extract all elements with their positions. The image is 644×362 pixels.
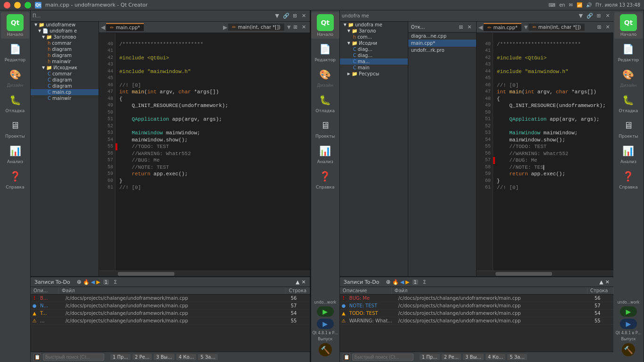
open-file-main-cpp[interactable]: main.cpp* — [408, 40, 476, 47]
open-file-undoframework-pro[interactable]: undofr...rk.pro — [408, 47, 476, 54]
tree-item-cpp2[interactable]: C diagram — [31, 77, 99, 83]
sidebar-item-projects-left[interactable]: 🖥 Проекты — [1, 116, 29, 140]
todo-row-bug-right[interactable]: ! BUG: Me /c/docs/projects/chalange/undo… — [340, 295, 613, 302]
prev-tab-left[interactable]: ◀ — [101, 24, 105, 31]
todo-sort-icon-left[interactable]: ⊕ — [77, 279, 82, 285]
sidebar-item-debug-right[interactable]: 🐛 Отладка — [614, 90, 643, 115]
center-sidebar-design[interactable]: 🎨 Дизайн — [311, 65, 339, 90]
center-sidebar-start[interactable]: Qt Начало — [311, 12, 339, 39]
split-editor-right[interactable]: ⊞ — [595, 24, 603, 31]
tab-main-fn-left[interactable]: ✏ main(int, char *[]) — [228, 24, 284, 31]
todo-close-right[interactable]: ✕ — [605, 279, 610, 285]
tree-item-headers[interactable]: ▼ 📁 Заголово — [31, 34, 99, 40]
todo-row-todo-left[interactable]: ▲ T... /c/docs/projects/chalange/undofra… — [31, 310, 310, 317]
tree-item-cpp5[interactable]: C mainwir — [31, 95, 99, 101]
right-code-content[interactable]: /************************** #include <Qt… — [493, 33, 613, 271]
sidebar-item-editor-left[interactable]: 📄 Редактор — [1, 40, 29, 64]
todo-collapse-right[interactable]: ▲ — [599, 279, 603, 285]
center-debug-btn[interactable]: ▶ — [317, 319, 334, 329]
split-editor-left[interactable]: ⊞ — [292, 24, 299, 31]
sidebar-item-debug-left[interactable]: 🐛 Отладка — [1, 90, 29, 115]
left-tab-2[interactable]: 2 Ре... — [132, 354, 152, 360]
next-tab-left[interactable]: ▶ — [223, 24, 227, 31]
todo-row-warn-right[interactable]: ⚠ WARNING: What... /c/docs/projects/chal… — [340, 317, 613, 325]
center-build-btn[interactable]: 🔨 — [319, 343, 332, 356]
close-editor-right[interactable]: ✕ — [604, 24, 611, 31]
todo-filter-orange-left[interactable]: 🔥 — [83, 279, 90, 285]
tab-main-cpp-right[interactable]: ✏ main.cpp* — [484, 23, 521, 31]
center-sidebar-editor[interactable]: 📄 Редактор — [311, 40, 339, 64]
center-play-btn[interactable]: ▶ — [317, 306, 334, 317]
todo-arrow-up-left[interactable]: ◀ — [91, 279, 95, 285]
minimize-btn[interactable] — [14, 2, 21, 8]
right-tab-1[interactable]: 1 Пр... — [420, 354, 440, 360]
right-search-input[interactable] — [352, 354, 413, 361]
tree-item-h3[interactable]: h diagram — [31, 52, 99, 58]
right-debug-run-btn[interactable]: ▶ — [620, 319, 637, 329]
todo-arrow-up-right[interactable]: ◀ — [400, 279, 404, 285]
tab-main-cpp-left[interactable]: ✏ main.cpp* — [106, 23, 144, 31]
filter-icon-left[interactable]: ▼ — [273, 12, 281, 20]
right-build-btn[interactable]: 🔨 — [622, 343, 635, 356]
sidebar-item-start-left[interactable]: Qt Начало — [1, 12, 29, 39]
center-sidebar-analyze[interactable]: 📊 Анализ — [311, 141, 339, 166]
left-tab-4[interactable]: 4 Ко... — [176, 354, 196, 360]
sidebar-item-analyze-left[interactable]: 📊 Анализ — [1, 141, 29, 166]
todo-row-bug-left[interactable]: ! B... /c/docs/projects/chalange/undofra… — [31, 295, 310, 302]
split-icon-right[interactable]: ⊞ — [595, 12, 603, 20]
right-tab-5[interactable]: 5 За... — [507, 354, 527, 360]
sidebar-item-help-right[interactable]: ❓ Справка — [614, 167, 643, 191]
tree-item-h1[interactable]: h commar — [31, 40, 99, 46]
right-tree-main-win[interactable]: C main — [340, 65, 408, 71]
open-files-sort[interactable]: ⊞ — [457, 23, 465, 31]
todo-arrow-right-right[interactable]: ▶ — [405, 279, 409, 285]
split-icon-left[interactable]: ⊞ — [291, 12, 299, 20]
open-file-diagramitem[interactable]: diagra...ne.cpp — [408, 33, 476, 40]
todo-row-warn-left[interactable]: ⚠ ... /c/docs/projects/chalange/undofram… — [31, 317, 310, 325]
tree-item-cpp1[interactable]: C commar — [31, 71, 99, 77]
center-sidebar-debug[interactable]: 🐛 Отладка — [311, 90, 339, 115]
tab-menu-left[interactable]: ▼ — [287, 25, 291, 30]
right-tree-root[interactable]: ▼ 📁 undofra me — [340, 22, 408, 28]
tab-menu-right[interactable]: ▼ — [524, 25, 528, 30]
left-status-icon[interactable]: 📋 — [33, 354, 41, 361]
right-tab-4[interactable]: 4 Ко... — [486, 354, 505, 360]
close-tree-right[interactable]: ✕ — [604, 12, 611, 20]
sidebar-item-editor-right[interactable]: 📄 Редактор — [614, 40, 643, 64]
sidebar-item-design-left[interactable]: 🎨 Дизайн — [1, 65, 29, 90]
tree-item-undoframe-sub[interactable]: ▼ 📄 undofram e — [31, 28, 99, 34]
center-sidebar-projects[interactable]: 🖥 Проекты — [311, 116, 339, 140]
open-files-close[interactable]: ✕ — [466, 23, 473, 31]
todo-close-left[interactable]: ✕ — [301, 279, 305, 285]
right-tree-main-cpp[interactable]: C ma... — [340, 58, 408, 65]
left-code-content[interactable]: /************************** #include <Qt… — [116, 33, 310, 271]
close-btn[interactable] — [4, 2, 10, 8]
right-editor-scrollbar[interactable] — [477, 271, 613, 276]
close-editor-left[interactable]: ✕ — [300, 24, 308, 31]
todo-row-note-right[interactable]: ● NOTE: TEST /c/docs/projects/chalange/u… — [340, 302, 613, 310]
left-tab-1[interactable]: 1 Пр... — [110, 354, 131, 360]
todo-sort-icon-right[interactable]: ⊕ — [386, 279, 391, 285]
todo-row-todo-right[interactable]: ▲ TODO: TEST /c/docs/projects/chalange/u… — [340, 310, 613, 317]
filter-icon-right[interactable]: ▼ — [577, 12, 585, 20]
right-tree-h1[interactable]: h com... — [340, 34, 408, 40]
todo-collapse-left[interactable]: ▲ — [296, 279, 299, 285]
right-play-btn[interactable]: ▶ — [620, 306, 637, 317]
prev-tab-right[interactable]: ◀ — [479, 24, 483, 31]
tree-item-sources[interactable]: ▼ 📁 Исходник — [31, 65, 99, 71]
maximize-btn[interactable] — [25, 2, 31, 8]
tree-item-undoframework[interactable]: ▼ 📁 undoframew — [31, 22, 99, 28]
right-tab-2[interactable]: 2 Ре... — [442, 354, 461, 360]
tab-main-fn-right[interactable]: ✏ main(int, char *[]) — [528, 24, 585, 31]
todo-arrow-right-left[interactable]: ▶ — [96, 279, 100, 285]
left-tab-3[interactable]: 3 Вы... — [154, 354, 174, 360]
todo-filter-orange-right[interactable]: 🔥 — [392, 279, 399, 285]
right-tree-headers[interactable]: ▼ 📁 Заголо — [340, 28, 408, 34]
right-status-icon[interactable]: 📋 — [343, 354, 350, 361]
sidebar-item-projects-right[interactable]: 🖥 Проекты — [614, 116, 643, 140]
right-tree-resources[interactable]: ▶ 📁 Ресурсы — [340, 71, 408, 77]
tree-item-main-cpp-left[interactable]: C main.cp — [31, 89, 99, 95]
center-sidebar-help[interactable]: ❓ Справка — [311, 167, 339, 191]
right-tab-3[interactable]: 3 Вы... — [463, 354, 484, 360]
todo-row-note-left[interactable]: ● N... /c/docs/projects/chalange/undofra… — [31, 302, 310, 310]
